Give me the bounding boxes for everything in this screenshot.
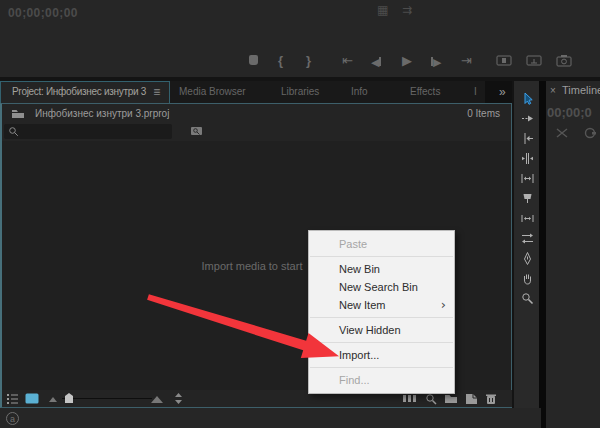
tab-info[interactable]: Info [351, 81, 368, 103]
menu-item-import[interactable]: Import... [309, 346, 454, 364]
new-bin-icon[interactable] [444, 393, 458, 404]
zoom-slider-handle[interactable] [64, 392, 74, 404]
zoom-slider-track[interactable] [62, 398, 152, 399]
linked-selection-icon[interactable] [555, 126, 569, 140]
selection-tool-icon [525, 93, 532, 104]
zoom-out-thumb-icon[interactable] [49, 397, 57, 402]
add-marker-icon[interactable] [249, 53, 258, 69]
settings-grid-icon[interactable]: ▦ [377, 3, 388, 17]
list-view-icon[interactable] [6, 393, 19, 405]
rate-stretch-tool[interactable] [514, 168, 541, 188]
automate-sequence-icon[interactable] [402, 393, 418, 404]
export-frame-icon[interactable] [556, 55, 572, 71]
new-item-icon[interactable] [465, 393, 478, 405]
monitor-timecode: 00;00;00;00 [8, 6, 78, 20]
sort-icons-icon[interactable] [174, 392, 183, 405]
timeline-close-icon[interactable]: × [550, 85, 556, 96]
slip-tool[interactable] [514, 208, 541, 228]
timeline-timecode: 00;00;0 [547, 105, 592, 120]
search-icon [8, 126, 19, 137]
menu-separator [310, 256, 453, 257]
lift-icon[interactable] [496, 55, 512, 71]
selection-tool[interactable] [514, 88, 541, 108]
items-count: 0 Items [467, 104, 500, 123]
rolling-edit-tool-icon [527, 153, 529, 164]
hand-tool-icon [525, 274, 531, 284]
menu-item-new-bin[interactable]: New Bin [309, 260, 454, 278]
panel-menu-icon[interactable]: ≡ [153, 82, 160, 102]
hand-tool[interactable] [514, 268, 541, 288]
tab-libraries[interactable]: Libraries [281, 81, 319, 103]
folder-icon [11, 108, 25, 119]
go-to-in-icon[interactable]: ⇤ [342, 53, 353, 69]
project-tab-bar: Project: Инфобизнес изнутри 3≡ Media Bro… [0, 81, 512, 103]
track-select-tool-icon [528, 115, 533, 121]
step-forward-icon[interactable]: ▶ [431, 53, 441, 69]
tab-media-browser[interactable]: Media Browser [179, 81, 246, 103]
play-icon[interactable]: ▶ [402, 53, 412, 69]
timeline-panel: × Timeline 00;00;0 [546, 81, 600, 428]
menu-item-new-item[interactable]: New Item› [309, 296, 454, 314]
filter-bin-icon[interactable] [190, 125, 203, 136]
go-to-out-icon[interactable]: ⇥ [461, 53, 472, 69]
zoom-tool[interactable] [514, 288, 541, 308]
razor-tool[interactable] [514, 188, 541, 208]
razor-tool-icon [524, 194, 532, 199]
extract-icon[interactable] [526, 55, 542, 71]
tools-panel [514, 81, 541, 428]
menu-separator [310, 367, 453, 368]
rolling-edit-tool[interactable] [514, 148, 541, 168]
tab-project[interactable]: Project: Инфобизнес изнутри 3≡ [0, 81, 170, 103]
tab-partial[interactable]: I [474, 81, 477, 103]
snap-icon[interactable] [583, 126, 597, 140]
trash-icon[interactable] [485, 393, 497, 405]
menu-separator [310, 317, 453, 318]
export-arrows-icon[interactable]: ⇉ [402, 3, 412, 17]
mark-out-icon[interactable]: } [306, 53, 311, 69]
slide-tool[interactable] [514, 228, 541, 248]
find-icon[interactable] [425, 393, 438, 405]
panel-gap [539, 81, 546, 428]
tab-overflow-chevron[interactable]: » [499, 81, 506, 103]
mark-in-icon[interactable]: { [278, 53, 283, 69]
context-menu: Paste New Bin New Search Bin New Item› V… [308, 230, 455, 394]
search-input[interactable] [4, 124, 172, 139]
zoom-tool-icon [523, 293, 529, 299]
watermark-badge: a [6, 412, 19, 425]
project-file-name[interactable]: Инфобизнес изнутри 3.prproj [35, 104, 169, 123]
ripple-edit-tool[interactable] [514, 128, 541, 148]
zoom-in-thumb-icon[interactable] [151, 396, 163, 403]
menu-item-paste[interactable]: Paste [309, 235, 454, 253]
menu-separator [310, 342, 453, 343]
project-header-row: Инфобизнес изнутри 3.prproj 0 Items [2, 104, 512, 123]
menu-item-new-search-bin[interactable]: New Search Bin [309, 278, 454, 296]
tab-timeline[interactable]: Timeline [562, 84, 600, 96]
track-select-tool[interactable] [514, 108, 541, 128]
menu-item-find[interactable]: Find... [309, 371, 454, 389]
monitor-panel: 00;00;00;00 ▦ ⇉ { } ⇤ ◀ ▶ ▶ ⇥ [0, 0, 600, 77]
pen-tool[interactable] [514, 248, 541, 268]
thumbnail-view-icon[interactable] [25, 393, 39, 404]
submenu-arrow-icon: › [441, 296, 446, 314]
step-back-icon[interactable]: ◀ [371, 53, 381, 69]
search-row [2, 123, 512, 141]
bottom-strip [0, 408, 541, 428]
menu-item-view-hidden[interactable]: View Hidden [309, 321, 454, 339]
tab-effects[interactable]: Effects [410, 81, 440, 103]
ripple-edit-tool-icon [527, 135, 530, 140]
